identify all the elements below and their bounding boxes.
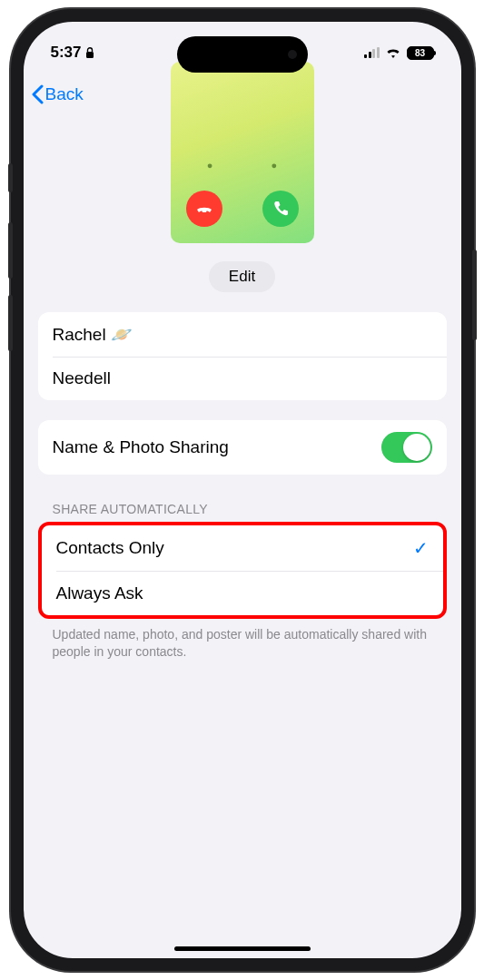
call-buttons xyxy=(186,191,299,227)
last-name-value: Needell xyxy=(53,368,125,388)
chevron-left-icon xyxy=(31,84,44,104)
option-contacts-only[interactable]: Contacts Only ✓ xyxy=(42,525,443,571)
dynamic-island xyxy=(177,36,308,73)
share-automatically-header: SHARE AUTOMATICALLY xyxy=(53,502,432,516)
lock-icon xyxy=(85,47,94,59)
sharing-toggle-label: Name & Photo Sharing xyxy=(53,437,229,457)
status-right: 83 xyxy=(364,46,434,60)
back-button[interactable]: Back xyxy=(31,84,84,104)
option-label: Contacts Only xyxy=(56,538,164,558)
sharing-toggle-row: Name & Photo Sharing xyxy=(38,420,447,475)
side-button xyxy=(8,163,13,192)
contact-poster-preview[interactable]: ● ● xyxy=(171,62,314,243)
decline-call-icon xyxy=(186,191,222,227)
phone-frame: 5:37 83 xyxy=(11,9,474,971)
camera-dot-icon xyxy=(288,50,297,59)
back-label: Back xyxy=(45,84,84,104)
option-always-ask[interactable]: Always Ask xyxy=(56,571,443,615)
sharing-toggle-section: Name & Photo Sharing xyxy=(38,420,447,475)
share-options-section: Contacts Only ✓ Always Ask xyxy=(38,522,447,619)
toggle-knob xyxy=(403,434,430,461)
wifi-icon xyxy=(385,47,401,59)
home-indicator[interactable] xyxy=(174,946,311,951)
message-status-icon: ● xyxy=(207,160,213,171)
status-left: 5:37 xyxy=(51,44,94,62)
volume-down-button xyxy=(8,295,13,351)
accept-call-icon xyxy=(262,191,299,227)
poster-status-icons: ● ● xyxy=(207,160,277,171)
battery-percent: 83 xyxy=(415,48,425,58)
volume-up-button xyxy=(8,222,13,279)
checkmark-icon: ✓ xyxy=(413,537,429,559)
sharing-toggle[interactable] xyxy=(381,432,432,463)
share-automatically-footer: Updated name, photo, and poster will be … xyxy=(53,626,432,661)
status-time: 5:37 xyxy=(51,44,82,62)
battery-icon: 83 xyxy=(407,46,434,60)
name-section: Rachel 🪐 Needell xyxy=(38,312,447,400)
voicemail-status-icon: ● xyxy=(272,160,278,171)
cellular-signal-icon xyxy=(364,47,380,58)
last-name-field[interactable]: Needell xyxy=(38,357,447,400)
first-name-field[interactable]: Rachel 🪐 xyxy=(38,312,447,357)
first-name-value: Rachel 🪐 xyxy=(53,324,133,345)
screen: 5:37 83 xyxy=(24,22,461,958)
power-button xyxy=(472,250,477,340)
svg-rect-0 xyxy=(86,52,94,58)
option-label: Always Ask xyxy=(56,583,158,603)
edit-button[interactable]: Edit xyxy=(209,261,275,292)
